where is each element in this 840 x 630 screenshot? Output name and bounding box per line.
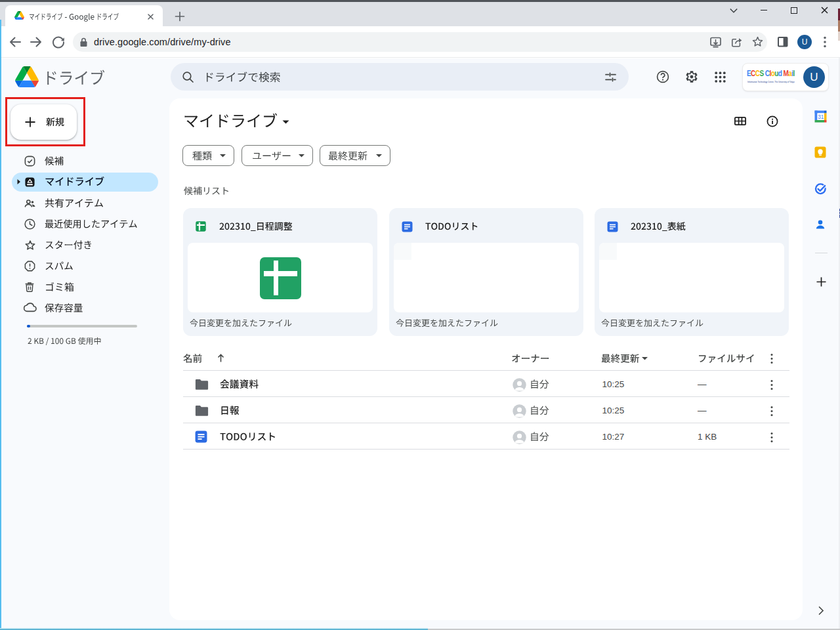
svg-text:31: 31 [818, 114, 824, 120]
